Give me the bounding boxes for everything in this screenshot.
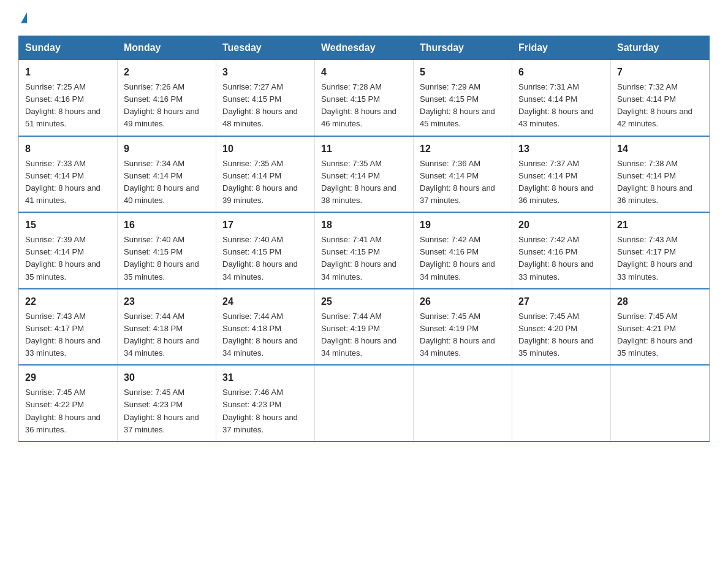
day-info: Sunrise: 7:45 AMSunset: 4:23 PMDaylight:… — [124, 386, 210, 436]
day-info: Sunrise: 7:29 AMSunset: 4:15 PMDaylight:… — [420, 81, 506, 131]
day-number: 16 — [124, 218, 210, 232]
day-info: Sunrise: 7:44 AMSunset: 4:18 PMDaylight:… — [222, 310, 308, 360]
calendar-cell: 12Sunrise: 7:36 AMSunset: 4:14 PMDayligh… — [414, 136, 512, 213]
calendar-cell: 15Sunrise: 7:39 AMSunset: 4:14 PMDayligh… — [19, 212, 118, 289]
calendar-cell: 4Sunrise: 7:28 AMSunset: 4:15 PMDaylight… — [315, 60, 414, 136]
calendar-week-row: 8Sunrise: 7:33 AMSunset: 4:14 PMDaylight… — [19, 136, 710, 213]
day-info: Sunrise: 7:25 AMSunset: 4:16 PMDaylight:… — [25, 81, 111, 131]
day-number: 11 — [321, 142, 407, 156]
calendar-cell: 23Sunrise: 7:44 AMSunset: 4:18 PMDayligh… — [118, 289, 216, 366]
day-number: 25 — [321, 294, 407, 309]
calendar-cell: 27Sunrise: 7:45 AMSunset: 4:20 PMDayligh… — [512, 289, 611, 366]
calendar-table: SundayMondayTuesdayWednesdayThursdayFrid… — [18, 36, 710, 442]
day-number: 3 — [222, 65, 308, 80]
day-number: 13 — [518, 142, 604, 156]
day-number: 19 — [420, 218, 506, 232]
day-info: Sunrise: 7:37 AMSunset: 4:14 PMDaylight:… — [518, 158, 604, 207]
calendar-cell: 31Sunrise: 7:46 AMSunset: 4:23 PMDayligh… — [216, 365, 315, 442]
day-info: Sunrise: 7:31 AMSunset: 4:14 PMDaylight:… — [518, 81, 604, 131]
calendar-week-row: 1Sunrise: 7:25 AMSunset: 4:16 PMDaylight… — [19, 60, 710, 136]
day-info: Sunrise: 7:35 AMSunset: 4:14 PMDaylight:… — [321, 158, 407, 207]
day-info: Sunrise: 7:46 AMSunset: 4:23 PMDaylight:… — [222, 386, 308, 436]
calendar-cell: 9Sunrise: 7:34 AMSunset: 4:14 PMDaylight… — [118, 136, 216, 213]
day-number: 7 — [617, 65, 703, 80]
calendar-cell — [315, 365, 414, 442]
day-number: 26 — [420, 294, 506, 309]
weekday-header-row: SundayMondayTuesdayWednesdayThursdayFrid… — [19, 36, 710, 60]
calendar-cell: 10Sunrise: 7:35 AMSunset: 4:14 PMDayligh… — [216, 136, 315, 213]
day-info: Sunrise: 7:42 AMSunset: 4:16 PMDaylight:… — [518, 234, 604, 283]
day-info: Sunrise: 7:45 AMSunset: 4:20 PMDaylight:… — [518, 310, 604, 360]
day-number: 31 — [222, 370, 308, 385]
day-info: Sunrise: 7:32 AMSunset: 4:14 PMDaylight:… — [617, 81, 703, 131]
day-number: 15 — [25, 218, 111, 232]
day-info: Sunrise: 7:34 AMSunset: 4:14 PMDaylight:… — [124, 158, 210, 207]
weekday-header-sunday: Sunday — [19, 36, 118, 60]
logo — [18, 12, 27, 23]
day-number: 23 — [124, 294, 210, 309]
day-number: 5 — [420, 65, 506, 80]
day-number: 12 — [420, 142, 506, 156]
calendar-cell: 11Sunrise: 7:35 AMSunset: 4:14 PMDayligh… — [315, 136, 414, 213]
calendar-cell: 30Sunrise: 7:45 AMSunset: 4:23 PMDayligh… — [118, 365, 216, 442]
day-info: Sunrise: 7:39 AMSunset: 4:14 PMDaylight:… — [25, 234, 111, 283]
weekday-header-tuesday: Tuesday — [216, 36, 315, 60]
calendar-cell: 28Sunrise: 7:45 AMSunset: 4:21 PMDayligh… — [611, 289, 710, 366]
day-info: Sunrise: 7:45 AMSunset: 4:22 PMDaylight:… — [25, 386, 111, 436]
calendar-cell: 19Sunrise: 7:42 AMSunset: 4:16 PMDayligh… — [414, 212, 512, 289]
day-number: 8 — [25, 142, 111, 156]
calendar-cell: 14Sunrise: 7:38 AMSunset: 4:14 PMDayligh… — [611, 136, 710, 213]
calendar-cell: 17Sunrise: 7:40 AMSunset: 4:15 PMDayligh… — [216, 212, 315, 289]
day-info: Sunrise: 7:36 AMSunset: 4:14 PMDaylight:… — [420, 158, 506, 207]
day-number: 14 — [617, 142, 703, 156]
calendar-cell: 13Sunrise: 7:37 AMSunset: 4:14 PMDayligh… — [512, 136, 611, 213]
weekday-header-wednesday: Wednesday — [315, 36, 414, 60]
page-header — [18, 12, 710, 23]
calendar-cell: 5Sunrise: 7:29 AMSunset: 4:15 PMDaylight… — [414, 60, 512, 136]
day-number: 6 — [518, 65, 604, 80]
day-info: Sunrise: 7:45 AMSunset: 4:21 PMDaylight:… — [617, 310, 703, 360]
day-info: Sunrise: 7:42 AMSunset: 4:16 PMDaylight:… — [420, 234, 506, 283]
calendar-cell: 6Sunrise: 7:31 AMSunset: 4:14 PMDaylight… — [512, 60, 611, 136]
day-info: Sunrise: 7:43 AMSunset: 4:17 PMDaylight:… — [617, 234, 703, 283]
day-info: Sunrise: 7:41 AMSunset: 4:15 PMDaylight:… — [321, 234, 407, 283]
calendar-week-row: 29Sunrise: 7:45 AMSunset: 4:22 PMDayligh… — [19, 365, 710, 442]
calendar-cell: 18Sunrise: 7:41 AMSunset: 4:15 PMDayligh… — [315, 212, 414, 289]
day-info: Sunrise: 7:35 AMSunset: 4:14 PMDaylight:… — [222, 158, 308, 207]
day-info: Sunrise: 7:45 AMSunset: 4:19 PMDaylight:… — [420, 310, 506, 360]
day-number: 30 — [124, 370, 210, 385]
day-number: 17 — [222, 218, 308, 232]
day-number: 28 — [617, 294, 703, 309]
calendar-header: SundayMondayTuesdayWednesdayThursdayFrid… — [19, 36, 710, 60]
day-number: 18 — [321, 218, 407, 232]
day-info: Sunrise: 7:26 AMSunset: 4:16 PMDaylight:… — [124, 81, 210, 131]
weekday-header-monday: Monday — [118, 36, 216, 60]
calendar-cell: 2Sunrise: 7:26 AMSunset: 4:16 PMDaylight… — [118, 60, 216, 136]
day-info: Sunrise: 7:43 AMSunset: 4:17 PMDaylight:… — [25, 310, 111, 360]
calendar-cell: 29Sunrise: 7:45 AMSunset: 4:22 PMDayligh… — [19, 365, 118, 442]
calendar-cell: 24Sunrise: 7:44 AMSunset: 4:18 PMDayligh… — [216, 289, 315, 366]
calendar-cell: 7Sunrise: 7:32 AMSunset: 4:14 PMDaylight… — [611, 60, 710, 136]
day-info: Sunrise: 7:33 AMSunset: 4:14 PMDaylight:… — [25, 158, 111, 207]
day-number: 1 — [25, 65, 111, 80]
day-number: 21 — [617, 218, 703, 232]
calendar-body: 1Sunrise: 7:25 AMSunset: 4:16 PMDaylight… — [19, 60, 710, 442]
day-number: 24 — [222, 294, 308, 309]
day-info: Sunrise: 7:44 AMSunset: 4:18 PMDaylight:… — [124, 310, 210, 360]
day-info: Sunrise: 7:40 AMSunset: 4:15 PMDaylight:… — [222, 234, 308, 283]
day-info: Sunrise: 7:38 AMSunset: 4:14 PMDaylight:… — [617, 158, 703, 207]
logo-triangle-icon — [21, 12, 27, 23]
calendar-cell: 22Sunrise: 7:43 AMSunset: 4:17 PMDayligh… — [19, 289, 118, 366]
calendar-cell: 3Sunrise: 7:27 AMSunset: 4:15 PMDaylight… — [216, 60, 315, 136]
day-number: 2 — [124, 65, 210, 80]
calendar-cell: 25Sunrise: 7:44 AMSunset: 4:19 PMDayligh… — [315, 289, 414, 366]
calendar-week-row: 15Sunrise: 7:39 AMSunset: 4:14 PMDayligh… — [19, 212, 710, 289]
calendar-cell — [512, 365, 611, 442]
calendar-cell: 16Sunrise: 7:40 AMSunset: 4:15 PMDayligh… — [118, 212, 216, 289]
calendar-cell: 26Sunrise: 7:45 AMSunset: 4:19 PMDayligh… — [414, 289, 512, 366]
calendar-cell: 1Sunrise: 7:25 AMSunset: 4:16 PMDaylight… — [19, 60, 118, 136]
day-number: 20 — [518, 218, 604, 232]
day-number: 10 — [222, 142, 308, 156]
day-info: Sunrise: 7:27 AMSunset: 4:15 PMDaylight:… — [222, 81, 308, 131]
day-info: Sunrise: 7:28 AMSunset: 4:15 PMDaylight:… — [321, 81, 407, 131]
